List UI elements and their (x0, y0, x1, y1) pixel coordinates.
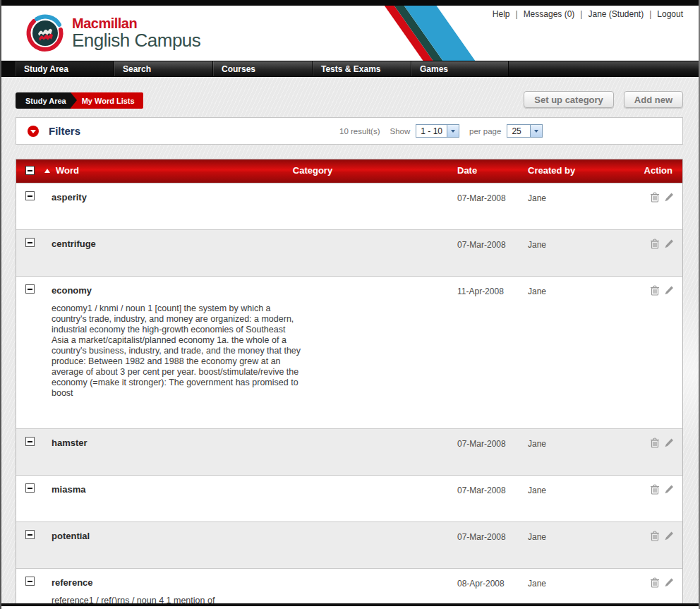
per-page-select[interactable]: 25 (507, 124, 543, 138)
sort-ascending-icon (44, 169, 50, 173)
nav-left-pad (1, 61, 16, 76)
breadcrumb-my-word-lists[interactable]: My Word Lists (71, 92, 143, 109)
delete-icon[interactable] (650, 438, 660, 448)
table-header: Word Category Date Created by Action (16, 159, 682, 183)
word-label: centrifuge (52, 239, 96, 249)
created-by-cell: Jane (528, 287, 546, 296)
brand-logo[interactable]: Macmillan English Campus (25, 13, 200, 52)
date-cell: 08-Apr-2008 (457, 579, 505, 589)
date-cell: 07-Mar-2008 (457, 193, 506, 203)
definition-line: reference1 / ref()rns / noun 4 1 mention… (52, 596, 304, 606)
tab-tests-exams[interactable]: Tests & Exams (313, 61, 411, 76)
date-cell: 07-Mar-2008 (457, 486, 506, 495)
row-actions (650, 239, 674, 249)
table-row: potential 07-Mar-2008 Jane (16, 521, 682, 568)
delete-icon[interactable] (650, 484, 660, 495)
dropdown-arrow-icon (447, 125, 459, 137)
tab-courses[interactable]: Courses (213, 61, 313, 76)
row-actions (650, 577, 674, 588)
collapse-row-icon[interactable] (25, 238, 35, 247)
table-row: reference reference1 / ref()rns / noun 4… (16, 568, 682, 606)
collapse-row-icon[interactable] (25, 577, 35, 586)
toolbar: Set up category Add new (524, 91, 683, 108)
filters-toggle[interactable]: Filters (28, 125, 80, 137)
breadcrumb-arrow-icon (71, 92, 77, 108)
filters-panel: Filters 10 result(s) Show 1 - 10 per pag… (16, 117, 683, 145)
edit-icon[interactable] (664, 531, 674, 541)
per-page-value: 25 (507, 125, 530, 137)
tab-label: Courses (222, 64, 255, 74)
set-up-category-button[interactable]: Set up category (524, 91, 614, 108)
help-link[interactable]: Help (493, 9, 510, 19)
link-separator: | (516, 9, 518, 19)
tab-study-area[interactable]: Study Area (16, 61, 114, 76)
date-cell: 11-Apr-2008 (457, 287, 504, 296)
row-actions (650, 484, 674, 495)
logout-link[interactable]: Logout (657, 9, 683, 19)
edit-icon[interactable] (664, 239, 674, 249)
edit-icon[interactable] (664, 285, 674, 296)
delete-icon[interactable] (650, 285, 660, 296)
column-header-action[interactable]: Action (644, 165, 672, 176)
delete-icon[interactable] (650, 531, 660, 541)
collapse-row-icon[interactable] (25, 437, 35, 446)
macmillan-logo-icon (25, 13, 65, 52)
dropdown-arrow-icon (530, 125, 542, 137)
edit-icon[interactable] (664, 484, 674, 495)
created-by-cell: Jane (528, 486, 546, 495)
breadcrumb-row: Study Area My Word Lists Set up category… (16, 92, 683, 109)
edit-icon[interactable] (664, 192, 674, 203)
messages-link[interactable]: Messages (0) (524, 9, 575, 19)
word-label: miasma (52, 484, 85, 495)
breadcrumb-study-area[interactable]: Study Area (16, 92, 71, 109)
content-area: Study Area My Word Lists Set up category… (1, 77, 699, 606)
brand-line1: Macmillan (72, 16, 200, 30)
breadcrumb-label: My Word Lists (82, 97, 135, 105)
tab-label: Study Area (24, 64, 68, 74)
collapse-row-icon[interactable] (25, 191, 35, 200)
word-label: potential (52, 531, 90, 541)
word-definition: reference1 / ref()rns / noun 4 1 mention… (52, 596, 304, 606)
date-cell: 07-Mar-2008 (457, 532, 506, 542)
delete-icon[interactable] (650, 239, 660, 249)
column-header-created-by[interactable]: Created by (528, 165, 575, 176)
column-header-category[interactable]: Category (249, 165, 376, 176)
word-list-table: Word Category Date Created by Action asp… (16, 159, 683, 606)
table-row: economy economy1 / knmi / noun 1 [count]… (16, 276, 682, 428)
main-nav: Study Area Search Courses Tests & Exams … (1, 61, 699, 77)
link-separator: | (649, 9, 651, 19)
tab-label: Tests & Exams (321, 64, 381, 74)
brand-text: Macmillan English Campus (72, 16, 200, 49)
utility-links: Help|Messages (0)|Jane (Student)|Logout (493, 9, 683, 19)
word-label: hamster (52, 438, 88, 448)
breadcrumb-label: Study Area (25, 97, 66, 105)
created-by-cell: Jane (528, 240, 546, 250)
collapse-all-icon[interactable] (25, 166, 35, 175)
delete-icon[interactable] (650, 577, 660, 588)
user-link[interactable]: Jane (Student) (588, 9, 644, 19)
collapse-row-icon[interactable] (25, 483, 35, 493)
show-range-select[interactable]: 1 - 10 (416, 124, 459, 138)
created-by-cell: Jane (528, 532, 546, 542)
page: Macmillan English Campus Help|Messages (… (0, 0, 700, 609)
word-definition: economy1 / knmi / noun 1 [count] the sys… (52, 303, 304, 399)
edit-icon[interactable] (664, 438, 674, 448)
top-black-strip (1, 0, 699, 6)
brand-line2: English Campus (72, 31, 200, 49)
filters-collapse-icon (28, 126, 39, 137)
column-header-word[interactable]: Word (56, 165, 79, 176)
created-by-cell: Jane (528, 439, 546, 449)
breadcrumb: Study Area My Word Lists (16, 92, 143, 109)
row-actions (650, 192, 674, 203)
collapse-row-icon[interactable] (25, 284, 35, 294)
table-row: asperity 07-Mar-2008 Jane (16, 183, 682, 229)
column-header-date[interactable]: Date (457, 165, 477, 176)
filters-title: Filters (49, 125, 80, 137)
tab-search[interactable]: Search (114, 61, 213, 76)
add-new-button[interactable]: Add new (624, 91, 683, 108)
collapse-row-icon[interactable] (25, 530, 35, 539)
delete-icon[interactable] (650, 192, 660, 203)
edit-icon[interactable] (664, 577, 674, 588)
tab-games[interactable]: Games (411, 61, 509, 76)
link-separator: | (580, 9, 582, 19)
